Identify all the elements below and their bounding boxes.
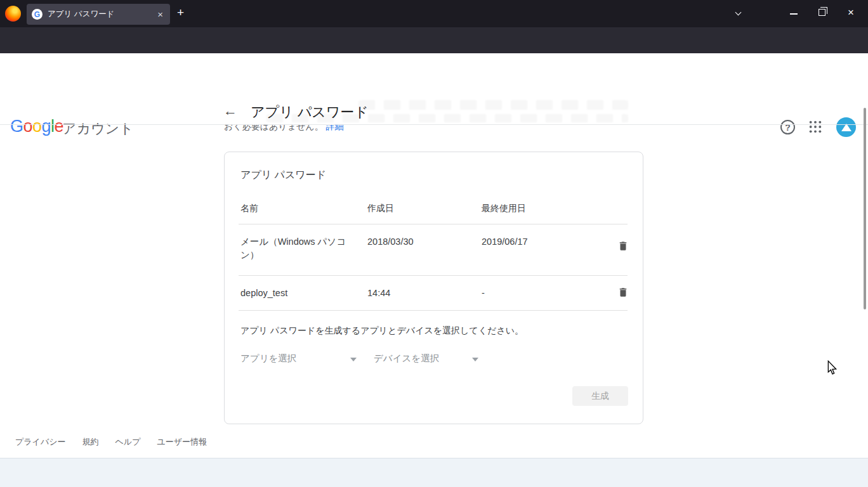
- account-product-label: アカウント: [62, 119, 134, 138]
- screen: G アプリ パスワード × + × ← → https://myaccount.…: [0, 0, 868, 487]
- render-artifact: [266, 114, 628, 122]
- delete-password-button[interactable]: [617, 240, 629, 252]
- list-all-tabs-chevron-icon[interactable]: [735, 10, 742, 16]
- table-row-last-used: -: [482, 288, 485, 298]
- google-account-header: Google アカウント ?: [0, 53, 868, 95]
- table-row-name: メール（Windows パソコン）: [240, 235, 358, 262]
- table-row-name: deploy_test: [240, 288, 287, 298]
- footer-links: プライバシー 規約 ヘルプ ユーザー情報: [15, 436, 207, 448]
- footer-link-about[interactable]: ユーザー情報: [157, 436, 207, 448]
- footer-link-terms[interactable]: 規約: [82, 436, 99, 448]
- window-close-button[interactable]: ×: [848, 6, 854, 19]
- table-row-created: 2018/03/30: [367, 237, 414, 247]
- intro-text: おく必要はありません。: [224, 125, 324, 131]
- table-divider: [239, 310, 628, 311]
- firefox-window-icon[interactable]: [5, 6, 21, 22]
- render-artifact: [358, 100, 628, 110]
- clipped-intro-text: おく必要はありません。詳細: [224, 125, 478, 134]
- app-select-caret-icon[interactable]: [350, 358, 357, 361]
- window-minimize-button[interactable]: [790, 13, 798, 15]
- details-link[interactable]: 詳細: [326, 125, 344, 131]
- google-logo[interactable]: Google: [10, 117, 63, 136]
- app-select-dropdown[interactable]: アプリを選択: [240, 353, 296, 365]
- new-tab-button[interactable]: +: [177, 6, 184, 20]
- column-header-last-used: 最終使用日: [482, 203, 526, 214]
- google-favicon-icon: G: [32, 9, 43, 20]
- device-select-dropdown[interactable]: デバイスを選択: [374, 353, 439, 365]
- browser-navbar: ← → https://myaccount.google.com/apppass…: [0, 27, 868, 53]
- avatar[interactable]: [836, 117, 856, 137]
- column-header-name: 名前: [240, 203, 258, 214]
- browser-tab[interactable]: G アプリ パスワード ×: [27, 4, 170, 25]
- table-row-created: 14:44: [367, 288, 390, 298]
- help-icon[interactable]: ?: [780, 120, 795, 134]
- tab-title: アプリ パスワード: [48, 9, 155, 20]
- mouse-cursor: [827, 360, 838, 378]
- table-divider: [239, 275, 628, 276]
- google-apps-grid-icon[interactable]: [808, 120, 822, 136]
- page-back-button[interactable]: ←: [223, 103, 237, 119]
- generate-button[interactable]: 生成: [572, 386, 628, 406]
- footer-link-privacy[interactable]: プライバシー: [15, 436, 66, 448]
- delete-password-button[interactable]: [617, 286, 629, 299]
- table-row-last-used: 2019/06/17: [482, 237, 528, 247]
- column-header-created: 作成日: [367, 203, 394, 214]
- tab-close-icon[interactable]: ×: [155, 9, 165, 20]
- generate-instruction: アプリ パスワードを生成するアプリとデバイスを選択してください。: [240, 325, 523, 337]
- page-scrollbar[interactable]: [864, 108, 866, 309]
- table-divider: [239, 224, 628, 224]
- window-restore-button[interactable]: [819, 9, 825, 16]
- card-title: アプリ パスワード: [240, 169, 326, 182]
- browser-titlebar: G アプリ パスワード × + ×: [0, 0, 868, 27]
- device-select-caret-icon[interactable]: [472, 358, 478, 361]
- windows-taskbar: 検索 b Fz C 1 A J: [0, 458, 868, 487]
- footer-link-help[interactable]: ヘルプ: [115, 436, 141, 448]
- app-passwords-card: アプリ パスワード 名前 作成日 最終使用日 メール（Windows パソコン）…: [224, 152, 643, 424]
